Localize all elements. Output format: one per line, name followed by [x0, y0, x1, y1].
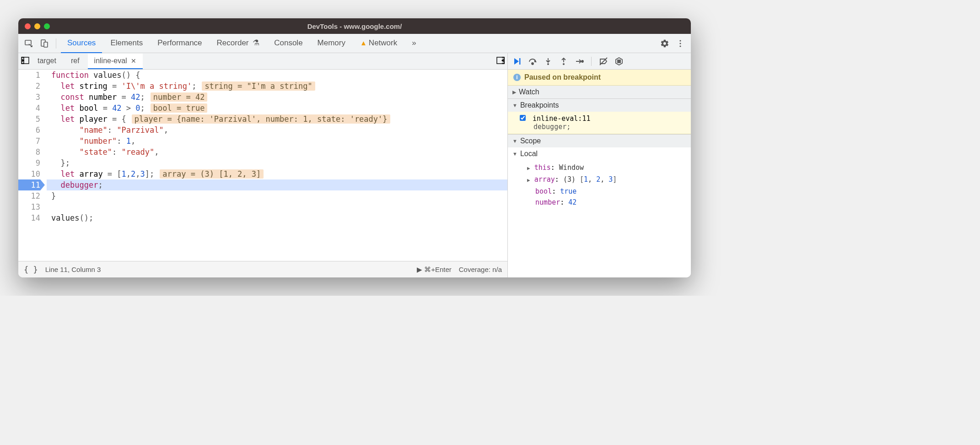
more-icon[interactable]	[673, 37, 687, 50]
inline-value-hint: number = 42	[151, 92, 208, 102]
scope-section: ▼Scope ▼Local ▶ this: Window▶ array: (3)…	[508, 135, 691, 210]
svg-rect-14	[619, 60, 620, 63]
file-tab-target[interactable]: target	[31, 54, 63, 69]
code-line[interactable]: let string = 'I\'m a string';string = "I…	[51, 81, 507, 92]
line-number[interactable]: 5	[18, 114, 40, 125]
panel-tab-console[interactable]: Console	[268, 34, 309, 53]
panel-tab-network[interactable]: ▲Network	[354, 34, 404, 53]
svg-point-4	[679, 43, 681, 44]
chevron-right-icon: ▶	[527, 177, 530, 183]
panel-tab-memory[interactable]: Memory	[311, 34, 352, 53]
breakpoints-section: ▼Breakpoints inline-eval:11debugger;	[508, 99, 691, 135]
inline-value-hint: array = (3) [1, 2, 3]	[160, 169, 264, 179]
info-icon: i	[513, 74, 521, 81]
code-line[interactable]: let array = [1,2,3];array = (3) [1, 2, 3…	[51, 168, 507, 179]
code-line[interactable]: values();	[51, 212, 507, 223]
code-line[interactable]: function values() {	[51, 70, 507, 81]
step-into-button[interactable]	[543, 56, 554, 67]
scope-entry[interactable]: ▶ array: (3) [1, 2, 3]	[513, 174, 691, 186]
line-number[interactable]: 8	[18, 147, 40, 157]
pretty-print-button[interactable]: { }	[24, 265, 38, 274]
scope-entry[interactable]: ▶ this: Window	[513, 162, 691, 174]
line-number[interactable]: 14	[18, 212, 40, 223]
line-number[interactable]: 9	[18, 157, 40, 168]
panel-tab-elements[interactable]: Elements	[104, 34, 149, 53]
code-line[interactable]: let player = {player = {name: 'Parzival'…	[51, 114, 507, 125]
file-tab-ref[interactable]: ref	[65, 54, 86, 69]
svg-rect-8	[519, 58, 521, 65]
line-number[interactable]: 12	[18, 190, 40, 201]
scope-entry[interactable]: number: 42	[513, 197, 691, 208]
debugger-toolbar	[508, 53, 691, 70]
line-number[interactable]: 3	[18, 92, 40, 103]
watch-header[interactable]: ▶Watch	[508, 86, 691, 98]
resume-button[interactable]	[512, 56, 522, 67]
paused-banner-text: Paused on breakpoint	[524, 73, 601, 81]
svg-point-12	[582, 60, 583, 62]
code-line[interactable]: }	[51, 190, 507, 201]
sources-panel: targetrefinline-eval✕ 123456789101112131…	[18, 53, 508, 277]
window-title: DevTools - www.google.com/	[18, 22, 691, 30]
titlebar: DevTools - www.google.com/	[18, 18, 691, 34]
settings-icon[interactable]	[658, 37, 672, 50]
scope-local-header[interactable]: ▼Local	[508, 147, 691, 160]
code-line[interactable]	[51, 201, 507, 212]
workarea: targetrefinline-eval✕ 123456789101112131…	[18, 53, 691, 277]
line-number[interactable]: 2	[18, 81, 40, 92]
line-number[interactable]: 10	[18, 168, 40, 179]
inspect-icon[interactable]	[22, 37, 36, 50]
paused-banner: i Paused on breakpoint	[508, 70, 691, 86]
svg-point-3	[679, 40, 681, 41]
devtools-window: DevTools - www.google.com/ SourcesElemen…	[18, 18, 691, 277]
overflow-tabs-button[interactable]: »	[405, 34, 422, 53]
line-number[interactable]: 4	[18, 103, 40, 114]
step-out-button[interactable]	[558, 56, 569, 67]
close-icon[interactable]: ✕	[131, 57, 136, 65]
line-gutter[interactable]: 1234567891011121314	[18, 70, 47, 261]
inline-value-hint: string = "I'm a string"	[202, 81, 315, 91]
svg-rect-13	[618, 60, 619, 63]
code-line[interactable]: "number": 1,	[51, 136, 507, 147]
line-number[interactable]: 1	[18, 70, 40, 81]
editor-statusbar: { } Line 11, Column 3 ▶ ⌘+Enter Coverage…	[18, 261, 507, 277]
panel-tab-sources[interactable]: Sources	[61, 34, 102, 53]
debugger-sidebar: i Paused on breakpoint ▶Watch ▼Breakpoin…	[508, 53, 691, 277]
breakpoint-item[interactable]: inline-eval:11debugger;	[508, 112, 691, 134]
line-number[interactable]: 11	[18, 179, 40, 190]
watch-section: ▶Watch	[508, 86, 691, 99]
divider	[56, 38, 56, 49]
deactivate-breakpoints-button[interactable]	[598, 56, 609, 67]
svg-point-10	[547, 63, 549, 65]
pause-on-exceptions-button[interactable]	[614, 56, 625, 67]
code-editor[interactable]: 1234567891011121314 function values() { …	[18, 70, 507, 261]
step-over-button[interactable]	[527, 56, 538, 67]
breakpoints-header[interactable]: ▼Breakpoints	[508, 99, 691, 112]
run-snippet-button[interactable]: ▶ ⌘+Enter	[417, 266, 452, 274]
scope-entry[interactable]: bool: true	[513, 186, 691, 197]
line-number[interactable]: 13	[18, 201, 40, 212]
device-toggle-icon[interactable]	[38, 37, 51, 50]
scope-header[interactable]: ▼Scope	[508, 135, 691, 147]
panel-tab-performance[interactable]: Performance	[151, 34, 208, 53]
debugger-toggle-icon[interactable]	[496, 56, 505, 66]
chevron-down-icon: ▼	[512, 138, 517, 144]
code-line[interactable]: "name": "Parzival",	[51, 125, 507, 136]
code-line[interactable]: let bool = 42 > 0;bool = true	[51, 103, 507, 114]
panel-tabbar: SourcesElementsPerformanceRecorder ⚗Cons…	[18, 34, 691, 53]
code-line[interactable]: debugger;	[47, 179, 507, 190]
svg-rect-2	[44, 42, 48, 47]
code-line[interactable]: const number = 42;number = 42	[51, 92, 507, 103]
svg-rect-0	[25, 40, 31, 45]
step-button[interactable]	[574, 56, 585, 67]
code-line[interactable]: };	[51, 157, 507, 168]
file-tab-inline-eval[interactable]: inline-eval✕	[88, 54, 143, 69]
breakpoint-checkbox[interactable]	[520, 115, 526, 121]
panel-tab-recorder[interactable]: Recorder ⚗	[210, 33, 266, 53]
chevron-right-icon: ▶	[527, 165, 530, 171]
code-area[interactable]: function values() { let string = 'I\'m a…	[47, 70, 507, 261]
line-number[interactable]: 6	[18, 125, 40, 136]
line-number[interactable]: 7	[18, 136, 40, 147]
code-line[interactable]: "state": "ready",	[51, 147, 507, 157]
svg-point-11	[563, 63, 565, 65]
navigator-toggle-icon[interactable]	[21, 56, 29, 66]
